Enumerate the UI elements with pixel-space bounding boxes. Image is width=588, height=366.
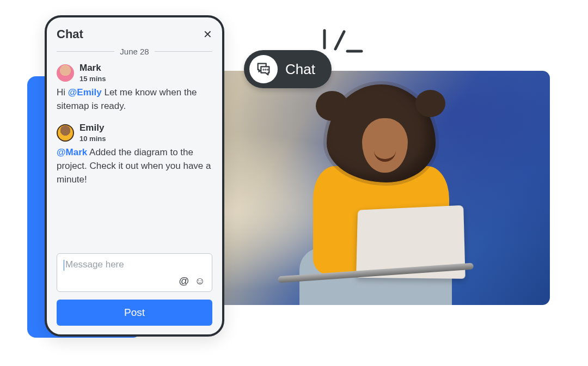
author-name: Emily xyxy=(79,123,106,133)
avatar xyxy=(57,124,74,142)
person-illustration xyxy=(289,84,463,302)
avatar xyxy=(57,64,74,82)
author-name: Mark xyxy=(79,63,106,74)
chat-pill-label: Chat xyxy=(285,61,315,78)
svg-point-4 xyxy=(265,69,266,70)
message-body: Hi @Emily Let me know when the sitemap i… xyxy=(57,86,212,113)
chat-pill-button[interactable]: Chat xyxy=(244,50,332,88)
message-input[interactable]: Message here @ ☺ xyxy=(57,253,212,292)
svg-point-5 xyxy=(267,69,268,70)
mention[interactable]: @Emily xyxy=(68,87,102,97)
chat-message: Mark 15 mins Hi @Emily Let me know when … xyxy=(57,63,212,113)
spark-icon xyxy=(320,26,364,56)
input-placeholder: Message here xyxy=(65,259,124,270)
mention[interactable]: @Mark xyxy=(57,147,87,157)
mention-icon[interactable]: @ xyxy=(179,275,189,287)
chat-icon xyxy=(249,55,278,83)
svg-point-3 xyxy=(264,69,264,70)
message-time: 15 mins xyxy=(79,75,106,83)
chat-message: Emily 10 mins @Mark Added the diagram to… xyxy=(57,123,212,186)
emoji-icon[interactable]: ☺ xyxy=(195,275,205,287)
post-button[interactable]: Post xyxy=(57,300,212,326)
svg-line-1 xyxy=(335,32,344,49)
message-body: @Mark Added the diagram to the project. … xyxy=(57,146,212,186)
date-divider: June 28 xyxy=(57,47,212,56)
chat-panel: Chat ✕ June 28 Mark 15 mins Hi @Emily Le… xyxy=(45,15,224,337)
date-label: June 28 xyxy=(120,47,149,56)
close-icon[interactable]: ✕ xyxy=(203,28,212,41)
message-time: 10 mins xyxy=(79,135,106,143)
chat-title: Chat xyxy=(57,27,83,41)
